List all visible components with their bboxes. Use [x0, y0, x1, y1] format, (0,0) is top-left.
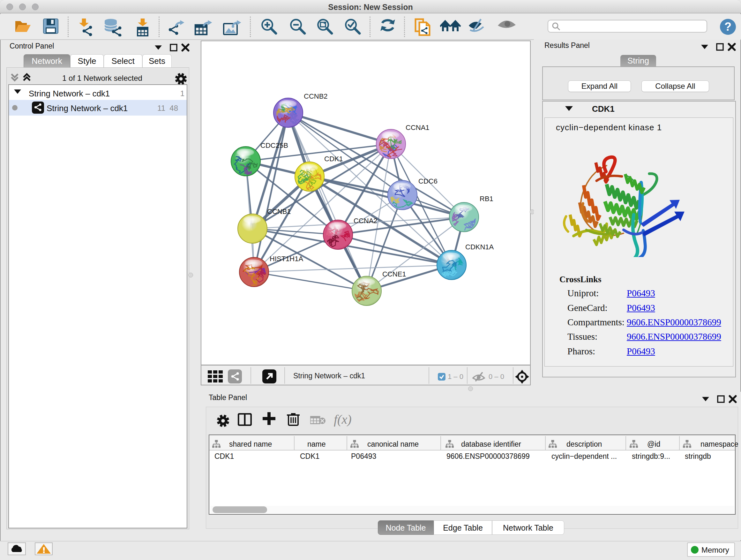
svg-text:CDK1: CDK1 — [324, 155, 343, 163]
svg-text:CCNE1: CCNE1 — [382, 270, 406, 278]
svg-text:HIST1H1A: HIST1H1A — [270, 255, 303, 263]
svg-text:CCNA2: CCNA2 — [354, 217, 378, 225]
svg-text:CDC6: CDC6 — [418, 177, 437, 185]
svg-text:CCNA1: CCNA1 — [406, 124, 429, 132]
svg-text:CDKN1A: CDKN1A — [465, 243, 494, 251]
svg-text:CCNB2: CCNB2 — [304, 92, 328, 100]
svg-text:CCNB1: CCNB1 — [267, 207, 291, 215]
svg-text:RB1: RB1 — [480, 195, 493, 203]
svg-text:?: ? — [724, 20, 731, 33]
svg-text:CDC25B: CDC25B — [260, 141, 288, 149]
